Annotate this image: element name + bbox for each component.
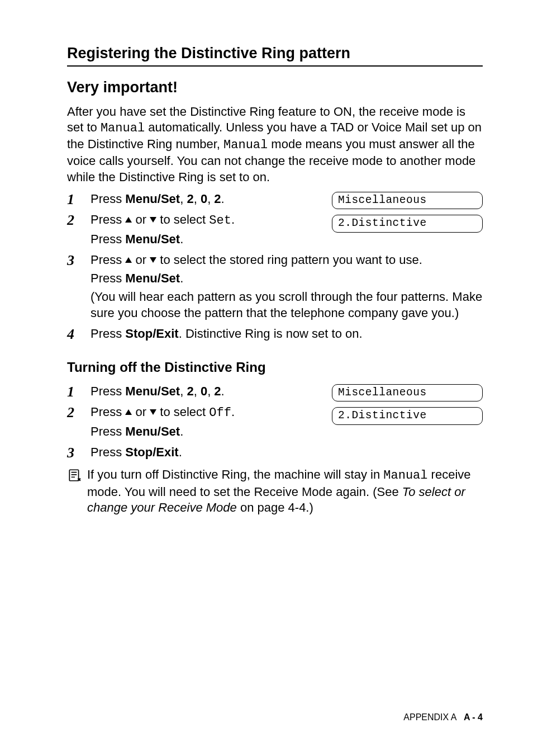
key-label: 0 (201, 192, 207, 206)
footer-label: APPENDIX A (403, 712, 456, 722)
steps-list-turnoff: 1 Press Menu/Set, 2, 0, 2. 2 Press or to… (67, 383, 321, 442)
key-label: Menu/Set (125, 384, 180, 398)
step-number: 4 (67, 325, 91, 344)
down-arrow-icon (150, 409, 156, 415)
step-body: Press or to select the stored ring patte… (91, 252, 483, 323)
lcd-display: 2.Distinctive (332, 215, 483, 232)
step-body: Press Stop/Exit. (91, 444, 483, 462)
section-heading: Registering the Distinctive Ring pattern (67, 45, 483, 62)
text: or (132, 212, 150, 226)
text: . (180, 424, 183, 438)
step-4: 4 Press Stop/Exit. Distinctive Ring is n… (67, 325, 483, 344)
text: on page 4-4.) (237, 500, 313, 514)
steps-list-turnoff-cont: 3 Press Stop/Exit. (67, 444, 483, 462)
step-number: 2 (67, 404, 91, 442)
text: . (221, 192, 225, 206)
step-number: 2 (67, 211, 91, 249)
text: If you turn off Distinctive Ring, the ma… (87, 467, 383, 481)
key-label: Menu/Set (125, 232, 180, 246)
mono-text: Manual (383, 469, 427, 483)
step-3: 3 Press or to select the stored ring pat… (67, 252, 483, 323)
text: . Distinctive Ring is now set to on. (179, 327, 363, 341)
lcd-display-stack: Miscellaneous 2.Distinctive (332, 384, 483, 425)
step-body: Press or to select Off. Press Menu/Set. (91, 404, 321, 442)
note-text: If you turn off Distinctive Ring, the ma… (87, 467, 483, 516)
text: Press (91, 424, 125, 438)
key-label: 2 (214, 192, 221, 206)
down-arrow-icon (150, 217, 156, 223)
key-label: Stop/Exit (125, 327, 178, 341)
step-body: Press Stop/Exit. Distinctive Ring is now… (91, 325, 483, 344)
text: , (194, 192, 201, 206)
text: to select (156, 405, 209, 419)
page-footer: APPENDIX A A - 4 (403, 712, 483, 722)
text: or (132, 405, 150, 419)
svg-rect-0 (69, 470, 78, 481)
step-number: 1 (67, 383, 91, 401)
text: . (180, 232, 183, 246)
section-rule (67, 65, 483, 67)
step-3: 3 Press Stop/Exit. (67, 444, 483, 462)
key-label: 0 (201, 384, 207, 398)
step-body: Press Menu/Set, 2, 0, 2. (91, 191, 321, 209)
step-2: 2 Press or to select Off. Press Menu/Set… (67, 404, 321, 442)
text: Press (91, 212, 125, 226)
text: or (132, 253, 150, 267)
text: Press (91, 327, 125, 341)
step-number: 3 (67, 252, 91, 323)
page-number: A - 4 (464, 712, 483, 722)
up-arrow-icon (125, 409, 132, 415)
step-number: 3 (67, 444, 91, 462)
text: Press (91, 405, 125, 419)
text: Press (91, 384, 125, 398)
steps-list-register-cont: 3 Press or to select the stored ring pat… (67, 252, 483, 344)
text: to select (156, 212, 209, 226)
intro-paragraph: After you have set the Distinctive Ring … (67, 104, 483, 185)
text: , (194, 384, 201, 398)
steps-left: 1 Press Menu/Set, 2, 0, 2. 2 Press or to… (67, 191, 321, 252)
lcd-display: 2.Distinctive (332, 407, 483, 424)
text: . (180, 271, 183, 285)
key-label: 2 (187, 192, 193, 206)
key-label: Menu/Set (125, 424, 180, 438)
text: , (180, 192, 187, 206)
text: , (207, 384, 214, 398)
key-label: Menu/Set (125, 192, 180, 206)
text: Press (91, 445, 125, 459)
subheading-turnoff: Turning off the Distinctive Ring (67, 360, 483, 375)
note-block: If you turn off Distinctive Ring, the ma… (67, 467, 483, 516)
lcd-display: Miscellaneous (332, 192, 483, 209)
text: Press (91, 253, 125, 267)
text: Press (91, 192, 125, 206)
step-1: 1 Press Menu/Set, 2, 0, 2. (67, 383, 321, 401)
text: to select the stored ring pattern you wa… (156, 253, 422, 267)
steps-left: 1 Press Menu/Set, 2, 0, 2. 2 Press or to… (67, 383, 321, 444)
mono-text: Manual (101, 121, 145, 135)
subsection-heading: Very important! (67, 79, 483, 96)
text: . (221, 384, 225, 398)
lcd-display: Miscellaneous (332, 384, 483, 401)
step-1: 1 Press Menu/Set, 2, 0, 2. (67, 191, 321, 209)
note-icon (67, 468, 83, 485)
text: Press (91, 232, 125, 246)
text: . (231, 405, 235, 419)
key-label: Stop/Exit (125, 445, 178, 459)
up-arrow-icon (125, 257, 132, 263)
step-2: 2 Press or to select Set. Press Menu/Set… (67, 211, 321, 249)
step-body: Press Menu/Set, 2, 0, 2. (91, 383, 321, 401)
text: , (207, 192, 214, 206)
lcd-display-stack: Miscellaneous 2.Distinctive (332, 192, 483, 233)
key-label: Menu/Set (125, 271, 180, 285)
step-number: 1 (67, 191, 91, 209)
up-arrow-icon (125, 217, 132, 223)
mono-text: Off (209, 406, 231, 420)
text: . (179, 445, 182, 459)
text: Press (91, 271, 125, 285)
step-body: Press or to select Set. Press Menu/Set. (91, 211, 321, 249)
mono-text: Set (209, 214, 231, 228)
steps-list-register: 1 Press Menu/Set, 2, 0, 2. 2 Press or to… (67, 191, 321, 249)
key-label: 2 (187, 384, 193, 398)
text: , (180, 384, 187, 398)
mono-text: Manual (223, 138, 268, 152)
down-arrow-icon (150, 257, 156, 263)
